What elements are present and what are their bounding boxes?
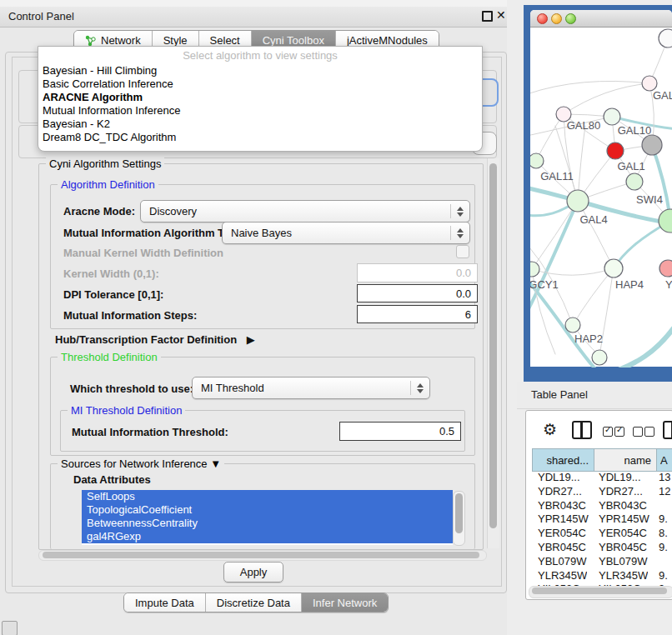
table-cell: YBL079W xyxy=(538,555,587,569)
attribute-list-item[interactable]: BetweennessCentrality xyxy=(82,517,453,530)
dropdown-item[interactable]: Basic Correlation Inference xyxy=(38,78,482,91)
table-cell: YBL079W xyxy=(599,555,648,569)
dropdown-item[interactable]: ARACNE Algorithm xyxy=(38,91,482,104)
dropdown-hint: Select algorithm to view settings xyxy=(38,47,482,64)
close-window-icon[interactable] xyxy=(537,13,548,24)
stepper-arrows-icon xyxy=(450,226,469,241)
node-gray[interactable] xyxy=(642,135,662,155)
table-cell: YLR345W xyxy=(538,569,587,583)
tab-infer-network[interactable]: Infer Network xyxy=(302,593,388,612)
network-edge[interactable] xyxy=(564,83,649,114)
deselect-all-checkbox-icon-2 xyxy=(644,427,654,437)
table-cell: YDL19... xyxy=(599,471,641,485)
mi-threshold-field[interactable]: 0.5 xyxy=(339,422,461,441)
node-label: GAL xyxy=(653,89,672,102)
node-gcy1[interactable] xyxy=(530,262,539,277)
node-gal11[interactable] xyxy=(530,153,544,168)
manual-kernel-checkbox[interactable] xyxy=(456,245,469,258)
table-cell: YLR345W xyxy=(599,569,648,583)
deselect-all-checkbox-icon[interactable] xyxy=(633,427,643,437)
table-row[interactable]: YER054CYER054C8. xyxy=(532,527,672,541)
which-threshold-combobox[interactable]: MI Threshold xyxy=(192,377,430,399)
expand-arrow-icon: ▶ xyxy=(247,333,255,346)
kernel-width-field[interactable]: 0.0 xyxy=(357,263,478,282)
node-gal10[interactable] xyxy=(604,108,620,125)
control-panel-titlebar xyxy=(0,7,517,28)
attribute-list-item[interactable]: SelfLoops xyxy=(82,490,453,503)
table-row[interactable]: YDR27...YDR27...12 xyxy=(532,485,672,499)
table-cell: 9. xyxy=(659,512,668,527)
dropdown-item[interactable]: Bayesian - K2 xyxy=(38,118,482,131)
node-salmon[interactable] xyxy=(659,260,672,277)
app-frame-strip xyxy=(0,0,517,7)
node-hap2[interactable] xyxy=(565,318,580,332)
table-row[interactable]: YPR145WYPR145W9. xyxy=(532,512,672,527)
settings-horizontal-scrollbar[interactable] xyxy=(38,550,487,561)
float-panel-icon[interactable] xyxy=(482,11,493,22)
dpi-tolerance-field[interactable]: 0.0 xyxy=(357,284,478,302)
node-swi4[interactable] xyxy=(659,209,672,232)
node-label: GCY1 xyxy=(530,278,559,291)
node-unlabeled-top[interactable] xyxy=(659,29,672,48)
node-gal4[interactable] xyxy=(567,190,589,212)
minimize-window-icon[interactable] xyxy=(551,13,562,24)
table-cell: 9. xyxy=(659,541,668,555)
collapsed-panel-stub-button[interactable] xyxy=(2,621,18,635)
settings-vertical-scrollbar[interactable] xyxy=(487,158,499,548)
aracne-mode-combobox[interactable]: Discovery xyxy=(140,200,470,222)
node-label: GAL11 xyxy=(540,170,574,182)
export-table-icon-partial[interactable] xyxy=(663,421,672,439)
zoom-window-icon[interactable] xyxy=(565,13,576,24)
mi-threshold-group-title: MI Threshold Definition xyxy=(68,404,185,417)
table-header-row: shared... name A xyxy=(532,448,672,472)
table-row[interactable]: YLR345WYLR345W9. xyxy=(532,569,672,583)
stepper-arrows-icon xyxy=(410,381,429,396)
table-cell: YBR045C xyxy=(538,541,586,555)
table-cell: YER054C xyxy=(599,527,647,541)
network-edge[interactable] xyxy=(573,268,614,325)
attribute-list-scrollbar[interactable] xyxy=(453,491,465,546)
network-edge[interactable] xyxy=(530,81,649,94)
table-horizontal-scrollbar[interactable] xyxy=(529,586,672,598)
column-header-partial[interactable]: A xyxy=(657,449,672,471)
tab-impute-data[interactable]: Impute Data xyxy=(124,593,206,612)
network-window[interactable]: GALGAL80GAL10GAL1GAL11SWI4GAL4GCY1HAP4YH… xyxy=(530,10,672,367)
tab-discretize-data[interactable]: Discretize Data xyxy=(206,593,302,612)
apply-button[interactable]: Apply xyxy=(223,562,283,582)
sources-group-title[interactable]: Sources for Network Inference ▼ xyxy=(58,458,224,470)
algorithm-definition-title: Algorithm Definition xyxy=(58,178,158,191)
network-canvas[interactable]: GALGAL80GAL10GAL1GAL11SWI4GAL4GCY1HAP4YH… xyxy=(530,28,672,368)
table-row[interactable]: YBL079WYBL079W xyxy=(532,555,672,569)
node-hap4[interactable] xyxy=(604,259,623,278)
select-all-checkbox-icon[interactable]: ✓ xyxy=(603,427,613,437)
manual-kernel-label: Manual Kernel Width Definition xyxy=(63,247,223,259)
table-cell: 12 xyxy=(659,485,670,499)
gear-icon[interactable]: ⚙ xyxy=(543,422,557,438)
table-row[interactable]: YDL19...YDL19...13 xyxy=(532,471,672,485)
node-red[interactable] xyxy=(607,142,624,159)
attribute-list-item[interactable]: TopologicalCoefficient xyxy=(82,503,453,517)
table-row[interactable]: YBR045CYBR045C9. xyxy=(532,541,672,555)
mi-steps-field[interactable]: 6 xyxy=(357,305,478,323)
node-gal1[interactable] xyxy=(626,173,643,190)
dropdown-item[interactable]: Bayesian - Hill Climbing xyxy=(38,64,482,78)
column-header-shared-name[interactable]: shared... xyxy=(533,449,594,471)
column-header-name[interactable]: name xyxy=(594,449,657,471)
columns-icon[interactable] xyxy=(572,421,592,439)
network-edge[interactable] xyxy=(612,323,672,368)
network-edge[interactable] xyxy=(555,126,578,201)
node-bottom[interactable] xyxy=(592,350,607,365)
data-attributes-list[interactable]: SelfLoopsTopologicalCoefficientBetweenne… xyxy=(82,490,453,545)
mi-type-combobox[interactable]: Naive Bayes xyxy=(222,222,470,244)
node-label: GAL80 xyxy=(567,119,600,132)
close-panel-icon[interactable]: ✕ xyxy=(496,8,506,22)
attribute-list-item[interactable]: gal4RGexp xyxy=(82,530,453,543)
dpi-tolerance-label: DPI Tolerance [0,1]: xyxy=(63,288,163,301)
network-edge[interactable] xyxy=(530,278,599,368)
dropdown-item[interactable]: Dream8 DC_TDC Algorithm xyxy=(38,131,482,144)
network-window-titlebar[interactable] xyxy=(530,10,672,28)
dropdown-item[interactable]: Mutual Information Inference xyxy=(38,104,482,118)
table-row[interactable]: YBR043CYBR043C xyxy=(532,499,672,513)
table-cell: YDR27... xyxy=(538,485,582,499)
hub-definition-toggle[interactable]: Hub/Transcription Factor Definition ▶ xyxy=(55,333,255,346)
